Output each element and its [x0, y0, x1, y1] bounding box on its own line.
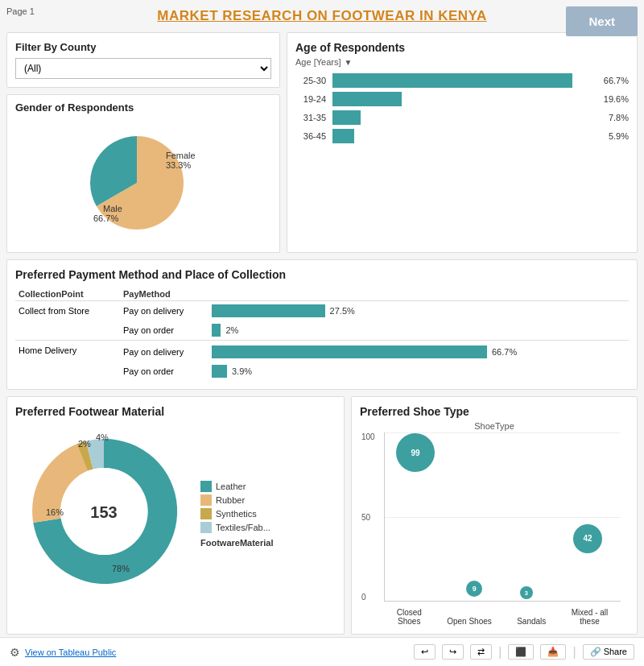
filter-select[interactable]: (All) [15, 58, 271, 79]
payment-row: Collect from Store Pay on delivery 27.5% [15, 301, 629, 321]
pay-bar-fill [212, 304, 325, 317]
svg-text:16%: 16% [46, 507, 64, 517]
main-title: MARKET RESEARCH ON FOOTWEAR IN KENYA [0, 0, 644, 29]
bubble-sandals: 3 [520, 586, 533, 599]
pay-method-label: Pay on order [120, 321, 208, 341]
gender-chart: Male 66.7% Female 33.3% [15, 117, 271, 246]
donut-chart: 153 78% 16% 2% 4% [15, 423, 192, 600]
age-bar-pct: 7.8% [609, 113, 629, 122]
bubble-mixed: 42 [573, 524, 602, 553]
label-open-shoes: Open Shoes [447, 617, 492, 626]
pay-bar-fill [212, 365, 227, 378]
undo-button[interactable]: ↩ [414, 644, 436, 660]
label-sandals: Sandals [517, 617, 546, 626]
age-range-label: 19-24 [295, 94, 326, 104]
donut-center-value: 153 [90, 503, 117, 521]
label-mixed: Mixed - allthese [572, 608, 609, 626]
legend-item-synthetics: Synthetics [200, 508, 273, 519]
leather-color [200, 481, 212, 492]
separator2: | [572, 645, 576, 660]
share-button[interactable]: 🔗 Share [583, 644, 634, 660]
pay-bar-pct: 2% [225, 325, 238, 335]
collection-point: Home Delivery [15, 341, 120, 362]
svg-text:33.3%: 33.3% [166, 160, 191, 170]
x-axis-labels: ClosedShoes Open Shoes Sandals Mixed - a… [384, 603, 621, 626]
legend-item-textiles: Textiles/Fab... [200, 522, 273, 533]
pay-bar-cell: 3.9% [208, 362, 629, 381]
age-range-label: 25-30 [295, 76, 326, 85]
svg-text:2%: 2% [78, 439, 91, 449]
pay-bar-cell: 66.7% [208, 341, 629, 362]
collection-point [15, 321, 120, 341]
col-collection-point: CollectionPoint [15, 287, 120, 301]
age-bar-fill [332, 73, 572, 88]
pay-bar-pct: 27.5% [330, 306, 355, 316]
next-button[interactable]: Next [566, 6, 638, 36]
chart-area: 99 9 3 42 [384, 432, 621, 602]
male-label: Male [103, 204, 122, 213]
pay-method-label: Pay on delivery [120, 301, 208, 321]
age-bar-track [332, 92, 599, 106]
redo-button[interactable]: ↪ [442, 644, 464, 660]
footer-right: ↩ ↪ ⇄ | ⬛ 📥 | 🔗 Share [414, 644, 634, 660]
svg-text:78%: 78% [112, 564, 130, 573]
age-bar-pct: 19.6% [604, 94, 629, 104]
age-range-label: 36-45 [295, 131, 326, 141]
pay-method-label: Pay on order [120, 362, 208, 381]
footer-left: ⚙ View on Tableau Public [10, 646, 116, 659]
pay-bar-pct: 3.9% [232, 366, 252, 376]
shoe-type-panel: Preferred Shoe Type ShoeType 100 50 0 99 [351, 396, 638, 635]
footwear-title: Preferred Footwear Material [15, 405, 336, 418]
synthetics-label: Synthetics [216, 509, 257, 519]
payment-table: CollectionPoint PayMethod Collect from S… [15, 287, 629, 381]
rubber-color [200, 494, 212, 506]
age-bar-fill [332, 92, 402, 106]
age-bar-pct: 66.7% [604, 76, 629, 85]
age-bar-track [332, 110, 604, 125]
age-title: Age of Respondents [295, 41, 629, 54]
age-filter-label[interactable]: Age [Years] ▼ [295, 57, 629, 67]
footer: ⚙ View on Tableau Public ↩ ↪ ⇄ | ⬛ 📥 | 🔗… [0, 637, 644, 666]
age-bar-row: 31-35 7.8% [295, 110, 629, 125]
payment-section: Preferred Payment Method and Place of Co… [6, 259, 638, 390]
age-bar-track [332, 129, 604, 143]
shoe-type-title: Preferred Shoe Type [360, 405, 629, 418]
collection-point: Collect from Store [15, 301, 120, 321]
download-button[interactable]: 📥 [540, 644, 566, 660]
tableau-label[interactable]: View on Tableau Public [25, 647, 116, 657]
age-bar-fill [332, 129, 354, 143]
svg-text:66.7%: 66.7% [93, 213, 118, 223]
legend-item-leather: Leather [200, 481, 273, 492]
label-closed-shoes: ClosedShoes [397, 608, 422, 626]
payment-row: Home Delivery Pay on delivery 66.7% [15, 341, 629, 362]
col-bar-header [208, 287, 629, 301]
synthetics-color [200, 508, 212, 519]
rubber-label: Rubber [216, 495, 245, 505]
bubble-chart: 100 50 0 99 9 3 42 [384, 432, 621, 626]
footwear-legend: Leather Rubber Synthetics Textiles/ [200, 481, 273, 533]
age-bars: 25-30 66.7% 19-24 19.6% 31-35 7.8% 36-45… [295, 73, 629, 143]
collection-point [15, 362, 120, 381]
age-bar-row: 36-45 5.9% [295, 129, 629, 143]
gridline-mid [385, 517, 621, 518]
payment-title: Preferred Payment Method and Place of Co… [15, 268, 629, 281]
age-bar-fill [332, 110, 361, 125]
textiles-label: Textiles/Fab... [216, 523, 270, 532]
tableau-icon: ⚙ [10, 646, 20, 659]
pay-bar-fill [212, 324, 221, 337]
swap-button[interactable]: ⇄ [470, 644, 492, 660]
pay-bar-cell: 2% [208, 321, 629, 341]
col-pay-method: PayMethod [120, 287, 208, 301]
age-panel: Age of Respondents Age [Years] ▼ 25-30 6… [287, 32, 638, 253]
pay-bar-cell: 27.5% [208, 301, 629, 321]
age-bar-track [332, 73, 599, 88]
separator: | [498, 645, 502, 660]
age-bar-row: 19-24 19.6% [295, 92, 629, 106]
textiles-color [200, 522, 212, 533]
pay-bar-fill [212, 345, 487, 358]
footwear-panel: Preferred Footwear Material [6, 396, 345, 635]
fullscreen-button[interactable]: ⬛ [508, 644, 534, 660]
payment-row: Pay on order 3.9% [15, 362, 629, 381]
shoe-type-axis-label: ShoeType [360, 421, 629, 431]
page-label: Page 1 [6, 6, 35, 16]
